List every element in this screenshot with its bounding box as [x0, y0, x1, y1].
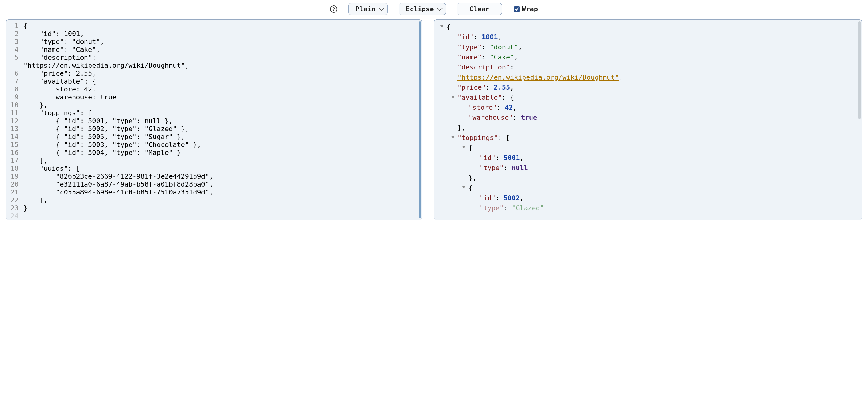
chevron-down-icon[interactable] — [452, 96, 455, 98]
theme-select-wrap: Eclipse — [399, 3, 446, 15]
json-entry[interactable]: "warehouse": true — [446, 113, 862, 123]
source-code-area[interactable]: { "id": 1001, "type": "donut", "name": "… — [22, 20, 422, 220]
json-entry[interactable]: "name": "Cake", — [446, 52, 862, 62]
json-viewer-pane[interactable]: { "id": 1001, "type": "donut", "name": "… — [434, 19, 862, 220]
json-entry[interactable]: "type": "Glazed" — [446, 203, 862, 213]
clear-button[interactable]: Clear — [457, 3, 502, 15]
json-entry[interactable]: "id": 5002, — [446, 193, 862, 203]
json-object-close[interactable]: }, — [446, 173, 862, 183]
source-editor-pane[interactable]: 123456789101112131415161718192021222324 … — [6, 19, 422, 220]
indent-select-wrap: Plain — [348, 3, 388, 15]
json-object-close[interactable]: }, — [446, 123, 862, 133]
json-entry[interactable]: "price": 2.55, — [446, 82, 862, 92]
json-array-open[interactable]: "toppings": [ — [446, 133, 862, 143]
json-entry[interactable]: "type": "donut", — [446, 42, 862, 52]
wrap-checkbox[interactable] — [514, 6, 520, 12]
json-entry[interactable]: "type": null — [446, 163, 862, 173]
indent-select[interactable]: Plain — [348, 3, 388, 15]
chevron-down-icon[interactable] — [440, 25, 443, 28]
chevron-down-icon[interactable] — [452, 136, 455, 139]
theme-select[interactable]: Eclipse — [399, 3, 446, 15]
chevron-down-icon[interactable] — [462, 186, 465, 189]
json-object-open[interactable]: { — [446, 183, 862, 193]
help-icon[interactable]: ? — [330, 5, 337, 13]
line-number-gutter: 123456789101112131415161718192021222324 — [6, 20, 22, 220]
json-object-open[interactable]: "available": { — [446, 92, 862, 102]
wrap-toggle-group: Wrap — [513, 5, 538, 13]
chevron-down-icon[interactable] — [462, 146, 465, 149]
json-entry[interactable]: "id": 1001, — [446, 32, 862, 42]
json-entry-value[interactable]: "https://en.wikipedia.org/wiki/Doughnut"… — [446, 72, 862, 82]
json-object-open[interactable]: { — [446, 22, 862, 32]
toolbar: ? Plain Eclipse Clear Wrap — [0, 0, 868, 19]
json-entry[interactable]: "id": 5001, — [446, 153, 862, 163]
scrollbar-vertical[interactable] — [419, 21, 421, 218]
wrap-label: Wrap — [522, 5, 538, 13]
json-object-open[interactable]: { — [446, 143, 862, 153]
panes-container: 123456789101112131415161718192021222324 … — [0, 19, 868, 223]
json-entry[interactable]: "description": — [446, 62, 862, 72]
json-entry[interactable]: "store": 42, — [446, 102, 862, 113]
